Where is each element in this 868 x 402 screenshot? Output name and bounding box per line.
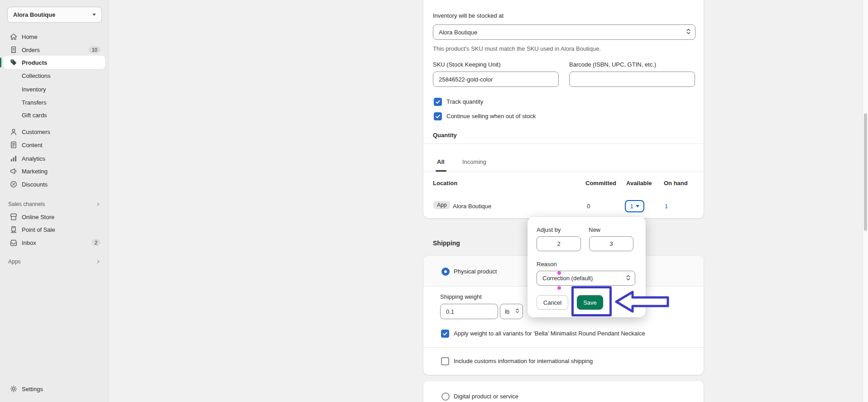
checkmark-icon (435, 99, 441, 105)
click-marker-dot (557, 271, 561, 275)
checkmark-icon (442, 331, 448, 336)
continue-selling-checkbox[interactable] (434, 112, 442, 120)
sidebar-item-point-of-sale[interactable]: Point of Sale (4, 223, 105, 236)
sidebar-item-discounts[interactable]: Discounts (4, 177, 105, 191)
selected-nav-indicator (0, 57, 1, 67)
sidebar-item-settings[interactable]: Settings (4, 382, 105, 396)
content-file-icon (9, 140, 18, 149)
sku-input[interactable] (433, 72, 559, 87)
sidebar-item-label: Products (22, 59, 47, 66)
track-quantity-checkbox[interactable] (434, 98, 442, 106)
sidebar-item-label: Analytics (22, 155, 45, 162)
products-tag-icon (9, 58, 18, 67)
barcode-label: Barcode (ISBN, UPC, GTIN, etc.) (569, 61, 656, 68)
save-highlight-rectangle (571, 286, 612, 316)
inbox-icon (9, 238, 18, 247)
sidebar-item-inbox[interactable]: Inbox 2 (4, 236, 105, 249)
reason-select[interactable]: Correction (default) (537, 271, 635, 286)
digital-product-label: Digital product or service (454, 393, 518, 400)
apps-header[interactable]: Apps (4, 256, 105, 268)
location-name: Alora Boutique (453, 203, 491, 210)
shipping-heading: Shipping (433, 239, 460, 247)
apply-weight-label: Apply weight to all variants for 'Bella'… (454, 330, 645, 337)
sidebar-item-label: Gift cards (22, 112, 47, 119)
continue-selling-label: Continue selling when out of stock (446, 113, 536, 120)
sidebar-item-label: Home (22, 34, 38, 40)
sales-channels-header[interactable]: Sales channels (4, 198, 105, 210)
cancel-button[interactable]: Cancel (537, 295, 568, 310)
sidebar-item-label: Collections (22, 72, 51, 79)
column-header-available: Available (626, 180, 652, 187)
divider (423, 144, 704, 144)
stocked-at-select-value: Alora Boutique (439, 29, 477, 36)
sidebar-item-label: Point of Sale (22, 226, 55, 233)
sku-note: This product's SKU must match the SKU us… (433, 45, 601, 53)
scrollbar-thumb[interactable] (864, 113, 867, 231)
weight-unit-select[interactable]: lb (500, 304, 523, 319)
discounts-percent-icon (9, 180, 18, 189)
customers-icon (9, 127, 18, 136)
sidebar-item-analytics[interactable]: Analytics (4, 152, 105, 165)
adjust-by-input[interactable] (537, 236, 581, 251)
select-updown-icon (515, 308, 519, 315)
tab-all[interactable]: All (437, 158, 445, 165)
orders-icon (9, 45, 18, 54)
customs-info-checkbox[interactable] (441, 357, 449, 365)
sidebar-item-gift-cards[interactable]: Gift cards (4, 108, 105, 122)
sidebar-item-transfers[interactable]: Transfers (4, 96, 105, 109)
available-quantity-dropdown[interactable]: 1 (625, 200, 644, 212)
committed-value: 0 (587, 203, 590, 210)
sidebar-item-orders[interactable]: Orders 10 (4, 43, 105, 57)
store-selector-label: Alora Boutique (13, 11, 55, 18)
on-hand-link[interactable]: 1 (665, 203, 668, 210)
physical-product-label: Physical product (454, 268, 497, 275)
quantity-heading: Quantity (433, 132, 457, 139)
divider (423, 172, 704, 172)
column-header-location: Location (433, 180, 457, 187)
sidebar-item-collections[interactable]: Collections (4, 69, 105, 82)
sidebar-item-content[interactable]: Content (4, 138, 105, 152)
sidebar-item-marketing[interactable]: Marketing (4, 164, 105, 178)
gear-icon (9, 384, 18, 393)
pos-terminal-icon (9, 225, 18, 234)
stocked-at-select[interactable]: Alora Boutique (433, 24, 695, 40)
shipping-weight-input[interactable] (440, 304, 498, 319)
sidebar-item-customers[interactable]: Customers (4, 125, 105, 139)
chevron-down-icon (636, 205, 639, 207)
sidebar-item-label: Content (22, 142, 43, 148)
store-selector[interactable]: Alora Boutique (7, 7, 102, 23)
reason-label: Reason (537, 261, 557, 268)
barcode-input[interactable] (569, 72, 695, 87)
new-quantity-input[interactable] (589, 236, 633, 251)
chevron-right-icon (95, 258, 101, 265)
pointer-arrow-annotation (614, 290, 670, 315)
sidebar-item-products[interactable]: Products (4, 56, 105, 69)
sidebar-item-label: Settings (22, 386, 43, 392)
sidebar-item-label: Orders (22, 47, 40, 53)
sidebar: Alora Boutique Home Orders 10 Products C… (0, 0, 109, 402)
digital-product-radio[interactable] (441, 392, 450, 401)
sales-channels-label: Sales channels (8, 201, 45, 207)
apply-weight-checkbox[interactable] (441, 330, 449, 338)
sidebar-item-label: Marketing (22, 168, 48, 175)
reason-select-value: Correction (default) (542, 275, 593, 282)
marketing-megaphone-icon (9, 167, 18, 176)
column-header-on-hand: On hand (664, 180, 688, 187)
sidebar-item-label: Online Store (22, 214, 54, 220)
sku-label: SKU (Stock Keeping Unit) (433, 61, 501, 68)
sidebar-item-label: Customers (22, 129, 50, 135)
sidebar-item-home[interactable]: Home (4, 30, 105, 43)
select-updown-icon (686, 28, 691, 36)
chevron-right-icon (95, 201, 101, 207)
analytics-bars-icon (9, 154, 18, 163)
sidebar-item-inventory[interactable]: Inventory (4, 82, 105, 96)
sidebar-item-label: Transfers (22, 99, 46, 106)
sidebar-item-online-store[interactable]: Online Store (4, 210, 105, 224)
sidebar-item-label: Inventory (22, 86, 46, 93)
tab-incoming[interactable]: Incoming (462, 158, 486, 165)
checkmark-icon (435, 114, 441, 119)
select-updown-icon (626, 274, 631, 282)
click-marker-dot (557, 286, 561, 290)
weight-unit-value: lb (505, 308, 509, 315)
physical-product-radio[interactable] (441, 268, 450, 276)
